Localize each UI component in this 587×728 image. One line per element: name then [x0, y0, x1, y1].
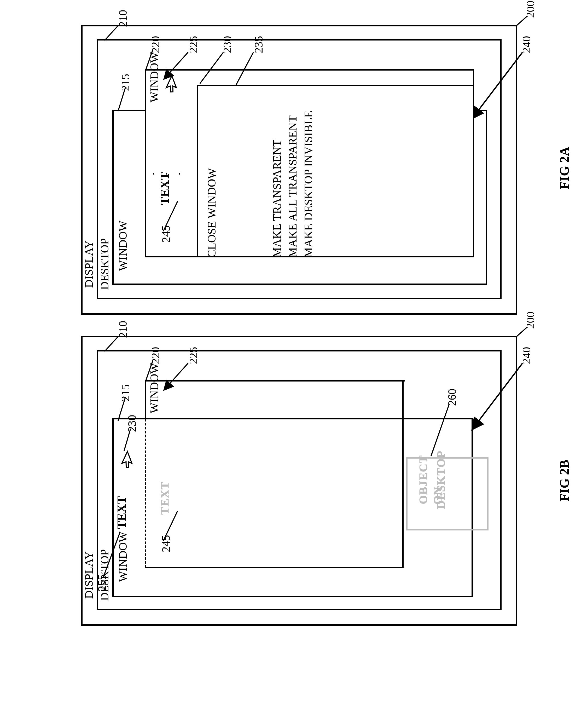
fig2a-ref-200: 200: [524, 0, 537, 20]
cursor-icon: [158, 74, 179, 95]
fig2b-ref-210: 210: [116, 319, 130, 340]
svg-line-15: [431, 404, 449, 456]
fig2a-ref-215: 215: [119, 72, 132, 93]
fig2b-ref-215: 215: [119, 382, 132, 403]
fig2a-ref-210: 210: [116, 8, 130, 29]
svg-line-7: [473, 52, 522, 118]
menu-make-desktop-invisible[interactable]: MAKE DESKTOP INVISIBLE: [302, 80, 315, 258]
menu-dot: .: [170, 166, 183, 182]
fig2b-leader-225: [157, 363, 201, 395]
svg-line-2: [200, 52, 224, 84]
fig2a-desktop-label: DESKTOP: [98, 235, 111, 293]
fig2b-title: FIG 2B: [557, 449, 572, 501]
fig2b-ref-260: 260: [445, 387, 459, 408]
menu-make-all-transparent[interactable]: MAKE ALL TRANSPARENT: [286, 80, 299, 258]
fig2a-ref-230: 230: [221, 34, 234, 55]
fig2b-display-label: DISPLAY: [82, 546, 96, 604]
fig2b-leader-260: [428, 404, 454, 459]
fig2b-ref-200: 200: [524, 310, 537, 331]
fig2b-ref-225: 225: [187, 345, 200, 366]
fig2a-title: FIG 2A: [557, 137, 572, 189]
fig2a-ref-240: 240: [520, 34, 533, 55]
fig2a-display-label: DISPLAY: [82, 235, 96, 293]
fig2a-window-back-label: WINDOW: [116, 220, 130, 272]
svg-line-17: [103, 532, 120, 578]
fig2b-ref-255: 255: [95, 572, 109, 593]
menu-make-transparent[interactable]: MAKE TRANSPARENT: [271, 80, 284, 258]
fig2a-ref-220: 220: [149, 34, 162, 55]
fig2a-context-menu[interactable]: [197, 85, 474, 257]
fig2b-text-bold: TEXT: [115, 494, 128, 531]
fig2b-window-front-left-dash: [145, 419, 146, 568]
fig2a-leader-240: [468, 52, 528, 125]
fig2b-leader-240: [468, 363, 528, 437]
fig2b-ref-230: 230: [125, 413, 139, 434]
fig2b-obj-l1: OBJECT: [417, 454, 430, 506]
fig2a-ref-235: 235: [252, 34, 265, 55]
menu-close-window[interactable]: CLOSE WINDOW: [205, 80, 218, 258]
menu-dot: .: [144, 166, 157, 182]
fig2b-window-front-topleft: [145, 380, 146, 419]
fig2b-ref-245: 245: [159, 533, 173, 554]
svg-line-10: [165, 363, 188, 389]
svg-line-14: [473, 363, 522, 428]
fig2b-ref-240: 240: [520, 345, 533, 366]
fig2a-ref-245: 245: [159, 224, 173, 244]
fig2b-window-front-bottom-dash: [145, 567, 404, 568]
fig2b-ref-220: 220: [149, 345, 162, 366]
fig2a-ref-225: 225: [187, 34, 200, 55]
menu-dot: .: [157, 166, 170, 182]
